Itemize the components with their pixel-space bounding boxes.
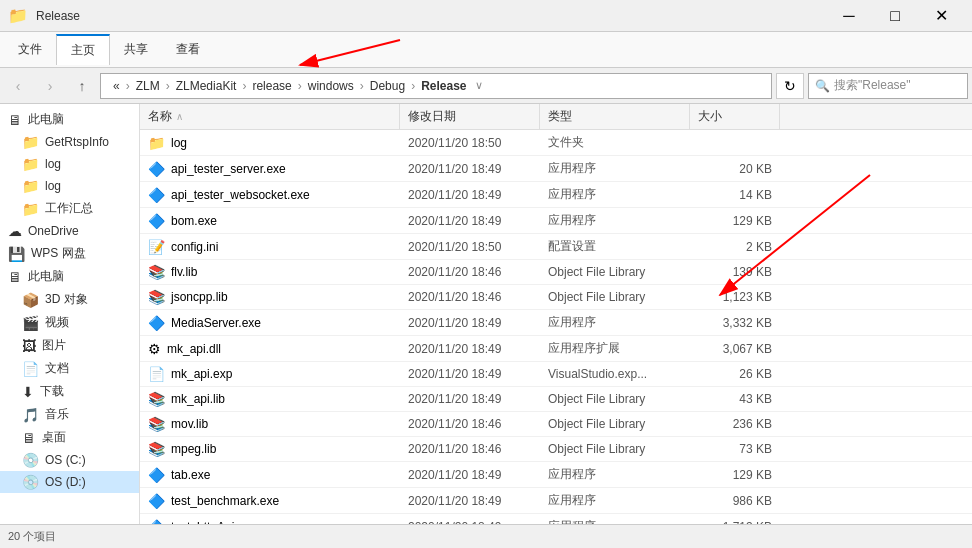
maximize-button[interactable]: □ [872,0,918,32]
sidebar-item-work[interactable]: 📁工作汇总 [0,197,139,220]
file-type-cell: 文件夹 [540,132,690,153]
file-type-cell: 应用程序 [540,312,690,333]
file-size-cell: 43 KB [690,390,780,408]
sidebar-label: 此电脑 [28,268,64,285]
search-placeholder[interactable]: 搜索"Release" [834,77,911,94]
table-row[interactable]: 🔷 MediaServer.exe 2020/11/20 18:49 应用程序 … [140,310,972,336]
file-name: api_tester_websocket.exe [171,188,310,202]
status-bar: 20 个项目 [0,524,972,548]
path-part-zlm[interactable]: ZLM [132,77,164,95]
sidebar-item-desktop[interactable]: 🖥桌面 [0,426,139,449]
sidebar-label: 图片 [42,337,66,354]
folder-icon: 📁 [22,156,39,172]
sidebar-item-onedrive[interactable]: ☁OneDrive [0,220,139,242]
path-part-debug[interactable]: Debug [366,77,409,95]
table-row[interactable]: 📚 mov.lib 2020/11/20 18:46 Object File L… [140,412,972,437]
sidebar-item-pics[interactable]: 🖼图片 [0,334,139,357]
table-row[interactable]: 📚 flv.lib 2020/11/20 18:46 Object File L… [140,260,972,285]
tab-view[interactable]: 查看 [162,35,214,64]
file-type-cell: 应用程序 [540,184,690,205]
sidebar-label: 桌面 [42,429,66,446]
file-name-cell: 📝 config.ini [140,237,400,257]
tab-share[interactable]: 共享 [110,35,162,64]
file-name: MediaServer.exe [171,316,261,330]
path-part-windows[interactable]: windows [304,77,358,95]
file-name: mk_api.lib [171,392,225,406]
file-name: tab.exe [171,468,210,482]
window-title: Release [36,9,80,23]
sidebar-item-getrtsps[interactable]: 📁GetRtspInfo [0,131,139,153]
file-name: test_benchmark.exe [171,494,279,508]
table-row[interactable]: 📚 mpeg.lib 2020/11/20 18:46 Object File … [140,437,972,462]
table-row[interactable]: 🔷 test_benchmark.exe 2020/11/20 18:49 应用… [140,488,972,514]
forward-button[interactable]: › [36,72,64,100]
search-box: 🔍 搜索"Release" [808,73,968,99]
table-row[interactable]: 📁 log 2020/11/20 18:50 文件夹 [140,130,972,156]
file-name: test_httpApi.exe [171,520,257,525]
table-row[interactable]: 🔷 tab.exe 2020/11/20 18:49 应用程序 129 KB [140,462,972,488]
table-row[interactable]: 📝 config.ini 2020/11/20 18:50 配置设置 2 KB [140,234,972,260]
file-date-cell: 2020/11/20 18:49 [400,390,540,408]
sidebar-item-log1[interactable]: 📁log [0,153,139,175]
tab-home[interactable]: 主页 [56,34,110,65]
address-path[interactable]: « › ZLM › ZLMediaKit › release › windows… [100,73,772,99]
sidebar-label: WPS 网盘 [31,245,86,262]
file-name-cell: 🔷 MediaServer.exe [140,313,400,333]
sidebar-item-wps[interactable]: 💾WPS 网盘 [0,242,139,265]
close-button[interactable]: ✕ [918,0,964,32]
tab-file[interactable]: 文件 [4,35,56,64]
table-row[interactable]: 📄 mk_api.exp 2020/11/20 18:49 VisualStud… [140,362,972,387]
file-date-cell: 2020/11/20 18:50 [400,134,540,152]
file-type-cell: Object File Library [540,440,690,458]
sidebar-item-this-pc2[interactable]: 🖥此电脑 [0,265,139,288]
sidebar-item-d-drive[interactable]: 💿OS (D:) [0,471,139,493]
sidebar-item-video[interactable]: 🎬视频 [0,311,139,334]
sidebar-item-log2[interactable]: 📁log [0,175,139,197]
folder-icon: 💿 [22,474,39,490]
file-type-icon: 🔷 [148,467,165,483]
file-type-icon: 🔷 [148,213,165,229]
file-name-cell: 📚 jsoncpp.lib [140,287,400,307]
table-row[interactable]: ⚙ mk_api.dll 2020/11/20 18:49 应用程序扩展 3,0… [140,336,972,362]
table-row[interactable]: 🔷 bom.exe 2020/11/20 18:49 应用程序 129 KB [140,208,972,234]
file-type-cell: Object File Library [540,263,690,281]
sidebar-item-this-pc[interactable]: 🖥此电脑 [0,108,139,131]
col-header-name[interactable]: 名称 ∧ [140,104,400,129]
up-button[interactable]: ↑ [68,72,96,100]
file-name: jsoncpp.lib [171,290,228,304]
file-list-container[interactable]: 名称 ∧ 修改日期 类型 大小 📁 log 2020/11/20 18:50 文… [140,104,972,524]
col-header-date[interactable]: 修改日期 [400,104,540,129]
table-row[interactable]: 📚 mk_api.lib 2020/11/20 18:49 Object Fil… [140,387,972,412]
sidebar-label: GetRtspInfo [45,135,109,149]
folder-icon: 🖥 [8,112,22,128]
col-header-size[interactable]: 大小 [690,104,780,129]
file-size-cell: 73 KB [690,440,780,458]
path-part-release-current[interactable]: Release [417,77,470,95]
table-row[interactable]: 🔷 api_tester_websocket.exe 2020/11/20 18… [140,182,972,208]
sidebar-item-music[interactable]: 🎵音乐 [0,403,139,426]
sidebar-item-3d[interactable]: 📦3D 对象 [0,288,139,311]
path-part-root[interactable]: « [109,77,124,95]
col-header-type[interactable]: 类型 [540,104,690,129]
file-date-cell: 2020/11/20 18:49 [400,340,540,358]
file-size-cell: 3,067 KB [690,340,780,358]
sidebar-item-c-drive[interactable]: 💿OS (C:) [0,449,139,471]
sidebar-item-down[interactable]: ⬇下载 [0,380,139,403]
file-date-cell: 2020/11/20 18:46 [400,288,540,306]
file-size-cell: 139 KB [690,263,780,281]
refresh-button[interactable]: ↻ [776,73,804,99]
path-part-release[interactable]: release [248,77,295,95]
table-row[interactable]: 📚 jsoncpp.lib 2020/11/20 18:46 Object Fi… [140,285,972,310]
back-button[interactable]: ‹ [4,72,32,100]
folder-icon: 📁 [22,134,39,150]
path-part-zlmediakit[interactable]: ZLMediaKit [172,77,241,95]
table-row[interactable]: 🔷 test_httpApi.exe 2020/11/20 18:49 应用程序… [140,514,972,524]
file-type-icon: ⚙ [148,341,161,357]
file-type-icon: 📚 [148,289,165,305]
table-row[interactable]: 🔷 api_tester_server.exe 2020/11/20 18:49… [140,156,972,182]
sidebar-item-docs[interactable]: 📄文档 [0,357,139,380]
file-type-cell: 应用程序 [540,464,690,485]
minimize-button[interactable]: ─ [826,0,872,32]
sidebar-label: 文档 [45,360,69,377]
file-type-icon: 📚 [148,391,165,407]
